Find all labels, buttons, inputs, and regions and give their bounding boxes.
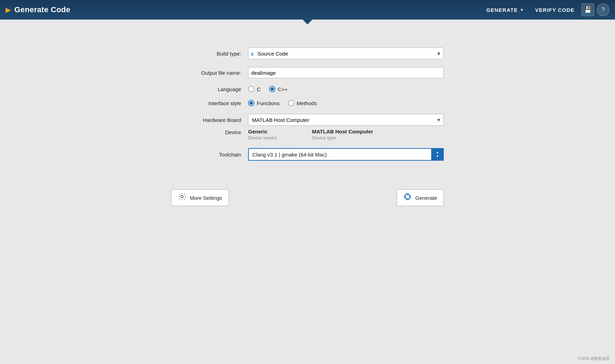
svg-point-0 (181, 196, 183, 198)
hardware-board-control: MATLAB Host Computer ▼ (248, 114, 444, 126)
interface-functions-radio[interactable] (248, 100, 254, 106)
language-radio-group: C C++ (248, 86, 444, 92)
language-label: Language (171, 86, 248, 92)
save-icon: 💾 (584, 6, 592, 14)
form-container: Build type: c Source Code ▼ Output file … (171, 48, 444, 168)
build-type-select-wrapper: c Source Code ▼ (248, 48, 444, 59)
interface-style-control: Functions Methods (248, 100, 444, 106)
verify-code-button[interactable]: VERIFY CODE (531, 5, 579, 15)
more-settings-label: More Settings (190, 195, 222, 201)
toolchain-row: Toolchain Clang v3.1 | gmake (64-bit Mac… (171, 148, 444, 161)
interface-style-row: Interface style Functions Methods (171, 100, 444, 106)
device-type-col: MATLAB Host Computer Device type (312, 129, 373, 140)
language-c-radio[interactable] (248, 86, 254, 92)
build-type-label: Build type: (171, 51, 248, 57)
header-actions: GENERATE ▼ VERIFY CODE 💾 ? (482, 3, 609, 16)
interface-functions-label: Functions (257, 100, 280, 106)
device-vendor-header: Generic (248, 129, 268, 134)
interface-methods-radio[interactable] (288, 100, 294, 106)
language-row: Language C C++ (171, 86, 444, 92)
interface-functions-option[interactable]: Functions (248, 100, 280, 106)
page-title: Generate Code (14, 5, 482, 14)
build-type-row: Build type: c Source Code ▼ (171, 48, 444, 59)
generate-dropdown-arrow: ▼ (520, 8, 524, 12)
help-button[interactable]: ? (597, 3, 609, 16)
toolchain-label: Toolchain (171, 152, 248, 158)
language-cpp-label: C++ (278, 86, 288, 92)
generate-main-button[interactable]: Generate (397, 189, 444, 206)
language-control: C C++ (248, 86, 444, 92)
save-button[interactable]: 💾 (581, 3, 594, 16)
generate-button[interactable]: GENERATE ▼ (482, 5, 528, 15)
device-type-header: MATLAB Host Computer (312, 129, 373, 134)
chip-icon (403, 192, 412, 203)
device-control: Generic Device vendor MATLAB Host Comput… (248, 129, 444, 140)
device-vendor-col: Generic Device vendor (248, 129, 277, 140)
gear-icon (178, 192, 186, 203)
hardware-board-select-wrapper: MATLAB Host Computer ▼ (248, 114, 444, 126)
build-type-select[interactable]: Source Code (248, 48, 444, 59)
hardware-board-select[interactable]: MATLAB Host Computer (248, 114, 444, 126)
toolchain-select-wrapper: Clang v3.1 | gmake (64-bit Mac) ▲ ▼ (248, 148, 444, 161)
device-vendor-sub: Device vendor (248, 135, 277, 140)
device-label: Device (171, 129, 248, 135)
device-info: Generic Device vendor MATLAB Host Comput… (248, 129, 444, 140)
header: ▶ Generate Code GENERATE ▼ VERIFY CODE 💾… (0, 0, 615, 20)
build-type-control: c Source Code ▼ (248, 48, 444, 59)
language-c-label: C (257, 86, 261, 92)
toolchain-control: Clang v3.1 | gmake (64-bit Mac) ▲ ▼ (248, 148, 444, 161)
interface-methods-option[interactable]: Methods (288, 100, 317, 106)
svg-rect-1 (405, 195, 410, 199)
device-type-sub: Device type (312, 135, 336, 140)
language-c-option[interactable]: C (248, 86, 261, 92)
language-cpp-radio[interactable] (269, 86, 275, 92)
interface-methods-label: Methods (297, 100, 317, 106)
header-arrow-icon: ▶ (6, 6, 11, 14)
hardware-board-label: Hardware Board (171, 117, 248, 123)
help-icon: ? (602, 7, 605, 13)
footer-watermark: CSDN @繁星蓝雨 (578, 356, 609, 361)
hardware-board-row: Hardware Board MATLAB Host Computer ▼ (171, 114, 444, 126)
language-cpp-option[interactable]: C++ (269, 86, 288, 92)
interface-style-label: Interface style (171, 100, 248, 106)
output-file-input[interactable] (248, 67, 444, 78)
more-settings-button[interactable]: More Settings (171, 189, 229, 206)
header-pointer (303, 20, 312, 24)
output-file-control (248, 67, 444, 78)
main-content: Build type: c Source Code ▼ Output file … (0, 20, 615, 168)
interface-style-radio-group: Functions Methods (248, 100, 444, 106)
output-file-row: Output file name: (171, 67, 444, 78)
device-row: Device Generic Device vendor MATLAB Host… (171, 129, 444, 140)
generate-main-label: Generate (415, 195, 437, 201)
output-file-label: Output file name: (171, 70, 248, 76)
button-row: More Settings Generate (171, 189, 444, 206)
toolchain-select[interactable]: Clang v3.1 | gmake (64-bit Mac) (248, 148, 444, 161)
